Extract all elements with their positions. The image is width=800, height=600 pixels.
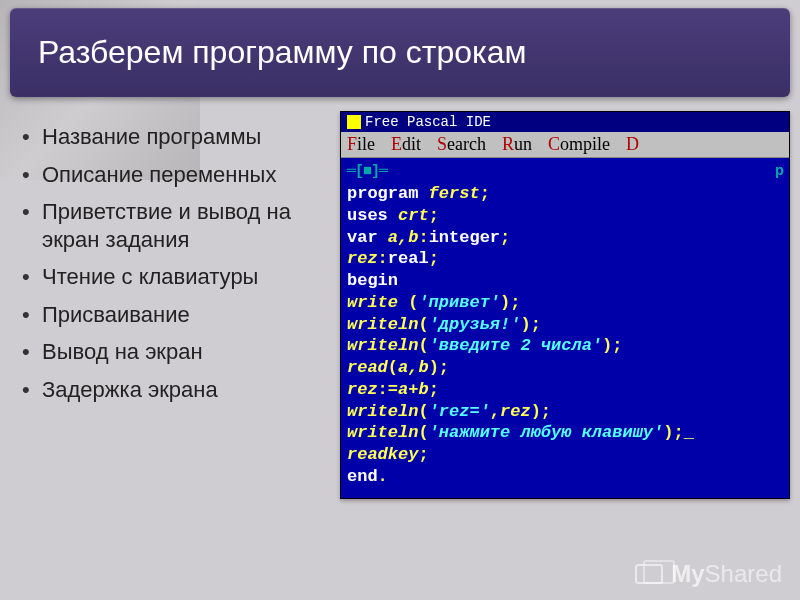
list-item: Задержка экрана	[20, 376, 320, 404]
app-icon	[347, 115, 361, 129]
ide-menubar: File Edit Search Run Compile D	[341, 132, 789, 158]
watermark-icon	[635, 564, 663, 584]
code-line: write ('привет');	[347, 292, 783, 314]
menu-edit[interactable]: Edit	[391, 134, 421, 155]
list-item: Вывод на экран	[20, 338, 320, 366]
watermark-text: MyShared	[671, 560, 782, 588]
ide-titlebar: Free Pascal IDE	[341, 112, 789, 132]
code-line: program ferst;	[347, 183, 783, 205]
code-line: read(a,b);	[347, 357, 783, 379]
menu-search[interactable]: Search	[437, 134, 486, 155]
code-line: var a,b:integer;	[347, 227, 783, 249]
code-line: writeln('нажмите любую клавишу');_	[347, 422, 783, 444]
list-item: Присваивание	[20, 301, 320, 329]
list-item: Название программы	[20, 123, 320, 151]
list-item: Описание переменных	[20, 161, 320, 189]
code-line: writeln('введите 2 числа');	[347, 335, 783, 357]
ide-window-title: Free Pascal IDE	[365, 114, 491, 130]
editor-frame: ═[■]═p	[347, 162, 783, 181]
code-line: writeln('друзья!');	[347, 314, 783, 336]
ide-window: Free Pascal IDE File Edit Search Run Com…	[340, 111, 790, 499]
slide: Разберем программу по строкам Название п…	[10, 8, 790, 592]
code-line: begin	[347, 270, 783, 292]
code-line: end.	[347, 466, 783, 488]
code-line: uses crt;	[347, 205, 783, 227]
code-editor[interactable]: ═[■]═p program ferst; uses crt; var a,b:…	[341, 158, 789, 498]
slide-title: Разберем программу по строкам	[38, 34, 762, 71]
code-line: writeln('rez=',rez);	[347, 401, 783, 423]
list-item: Чтение с клавиатуры	[20, 263, 320, 291]
menu-run[interactable]: Run	[502, 134, 532, 155]
code-line: readkey;	[347, 444, 783, 466]
watermark: MyShared	[635, 560, 782, 588]
menu-debug[interactable]: D	[626, 134, 639, 155]
menu-compile[interactable]: Compile	[548, 134, 610, 155]
code-line: rez:=a+b;	[347, 379, 783, 401]
slide-title-bar: Разберем программу по строкам	[10, 8, 790, 97]
code-line: rez:real;	[347, 248, 783, 270]
list-item: Приветствие и вывод на экран задания	[20, 198, 320, 253]
menu-file[interactable]: File	[347, 134, 375, 155]
bullet-list: Название программы Описание переменных П…	[10, 111, 320, 413]
content-row: Название программы Описание переменных П…	[10, 111, 790, 499]
